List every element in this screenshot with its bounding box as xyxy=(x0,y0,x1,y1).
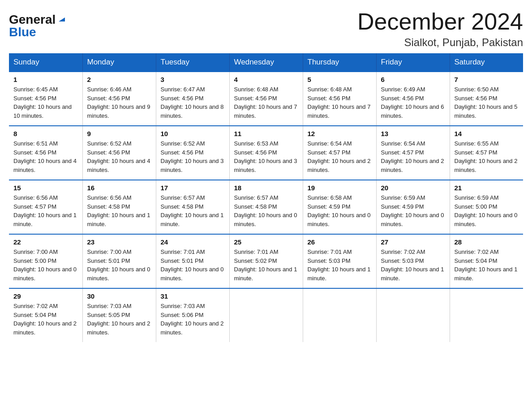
day-number: 16 xyxy=(87,184,151,192)
week-row-3: 15Sunrise: 6:56 AMSunset: 4:57 PMDayligh… xyxy=(9,180,523,234)
calendar-cell: 8Sunrise: 6:51 AMSunset: 4:56 PMDaylight… xyxy=(9,126,82,180)
svg-marker-0 xyxy=(59,17,65,21)
calendar-cell: 23Sunrise: 7:00 AMSunset: 5:01 PMDayligh… xyxy=(82,234,156,288)
header-tuesday: Tuesday xyxy=(156,53,229,72)
day-number: 23 xyxy=(87,238,151,246)
day-number: 3 xyxy=(161,76,225,83)
day-info: Sunrise: 7:02 AMSunset: 5:04 PMDaylight:… xyxy=(455,248,519,283)
calendar-cell xyxy=(376,288,450,342)
header-saturday: Saturday xyxy=(450,53,523,72)
calendar-cell: 2Sunrise: 6:46 AMSunset: 4:56 PMDaylight… xyxy=(82,72,156,126)
calendar-cell: 10Sunrise: 6:52 AMSunset: 4:56 PMDayligh… xyxy=(156,126,229,180)
day-number: 27 xyxy=(381,238,445,246)
day-number: 10 xyxy=(161,130,225,137)
month-title: December 2024 xyxy=(357,9,523,34)
calendar-header: SundayMondayTuesdayWednesdayThursdayFrid… xyxy=(9,53,523,72)
day-number: 2 xyxy=(87,76,151,83)
day-number: 30 xyxy=(87,292,151,300)
day-info: Sunrise: 7:00 AMSunset: 5:01 PMDaylight:… xyxy=(87,248,151,283)
day-number: 31 xyxy=(161,292,225,300)
week-row-1: 1Sunrise: 6:45 AMSunset: 4:56 PMDaylight… xyxy=(9,72,523,126)
calendar-cell: 7Sunrise: 6:50 AMSunset: 4:56 PMDaylight… xyxy=(450,72,523,126)
calendar-cell: 1Sunrise: 6:45 AMSunset: 4:56 PMDaylight… xyxy=(9,72,82,126)
calendar-body: 1Sunrise: 6:45 AMSunset: 4:56 PMDaylight… xyxy=(9,72,523,342)
day-info: Sunrise: 6:51 AMSunset: 4:56 PMDaylight:… xyxy=(13,139,78,174)
day-info: Sunrise: 6:59 AMSunset: 4:59 PMDaylight:… xyxy=(381,193,445,228)
calendar-cell: 25Sunrise: 7:01 AMSunset: 5:02 PMDayligh… xyxy=(229,234,303,288)
logo: General Blue xyxy=(9,13,67,39)
day-number: 15 xyxy=(13,184,78,192)
logo-blue: Blue xyxy=(9,26,36,39)
calendar-cell: 13Sunrise: 6:54 AMSunset: 4:57 PMDayligh… xyxy=(376,126,450,180)
day-info: Sunrise: 6:56 AMSunset: 4:57 PMDaylight:… xyxy=(13,193,78,228)
day-info: Sunrise: 6:59 AMSunset: 5:00 PMDaylight:… xyxy=(455,193,519,228)
day-number: 24 xyxy=(161,238,225,246)
location-title: Sialkot, Punjab, Pakistan xyxy=(357,36,523,49)
day-number: 18 xyxy=(234,184,298,192)
day-info: Sunrise: 6:54 AMSunset: 4:57 PMDaylight:… xyxy=(308,139,372,174)
calendar-cell xyxy=(303,288,376,342)
day-info: Sunrise: 6:58 AMSunset: 4:59 PMDaylight:… xyxy=(308,193,372,228)
day-number: 8 xyxy=(13,130,78,137)
day-number: 12 xyxy=(308,130,372,137)
calendar-cell: 24Sunrise: 7:01 AMSunset: 5:01 PMDayligh… xyxy=(156,234,229,288)
day-info: Sunrise: 6:52 AMSunset: 4:56 PMDaylight:… xyxy=(87,139,151,174)
calendar-cell: 3Sunrise: 6:47 AMSunset: 4:56 PMDaylight… xyxy=(156,72,229,126)
day-number: 6 xyxy=(381,76,445,83)
day-info: Sunrise: 6:49 AMSunset: 4:56 PMDaylight:… xyxy=(381,85,445,120)
calendar-cell: 27Sunrise: 7:02 AMSunset: 5:03 PMDayligh… xyxy=(376,234,450,288)
calendar-cell: 28Sunrise: 7:02 AMSunset: 5:04 PMDayligh… xyxy=(450,234,523,288)
calendar-table: SundayMondayTuesdayWednesdayThursdayFrid… xyxy=(9,53,523,342)
day-info: Sunrise: 6:48 AMSunset: 4:56 PMDaylight:… xyxy=(234,85,298,120)
calendar-cell: 15Sunrise: 6:56 AMSunset: 4:57 PMDayligh… xyxy=(9,180,82,234)
day-number: 5 xyxy=(308,76,372,83)
day-number: 9 xyxy=(87,130,151,137)
page-header: General Blue December 2024 Sialkot, Punj… xyxy=(9,9,523,49)
day-info: Sunrise: 6:57 AMSunset: 4:58 PMDaylight:… xyxy=(234,193,298,228)
calendar-cell: 26Sunrise: 7:01 AMSunset: 5:03 PMDayligh… xyxy=(303,234,376,288)
header-monday: Monday xyxy=(82,53,156,72)
day-info: Sunrise: 6:52 AMSunset: 4:56 PMDaylight:… xyxy=(161,139,225,174)
day-number: 20 xyxy=(381,184,445,192)
logo-general: General xyxy=(9,13,56,26)
day-number: 22 xyxy=(13,238,78,246)
day-info: Sunrise: 7:01 AMSunset: 5:03 PMDaylight:… xyxy=(308,248,372,283)
calendar-cell: 6Sunrise: 6:49 AMSunset: 4:56 PMDaylight… xyxy=(376,72,450,126)
calendar-cell: 4Sunrise: 6:48 AMSunset: 4:56 PMDaylight… xyxy=(229,72,303,126)
day-info: Sunrise: 6:48 AMSunset: 4:56 PMDaylight:… xyxy=(308,85,372,120)
day-info: Sunrise: 6:46 AMSunset: 4:56 PMDaylight:… xyxy=(87,85,151,120)
calendar-cell: 16Sunrise: 6:56 AMSunset: 4:58 PMDayligh… xyxy=(82,180,156,234)
day-info: Sunrise: 6:53 AMSunset: 4:56 PMDaylight:… xyxy=(234,139,298,174)
day-info: Sunrise: 6:47 AMSunset: 4:56 PMDaylight:… xyxy=(161,85,225,120)
day-info: Sunrise: 6:54 AMSunset: 4:57 PMDaylight:… xyxy=(381,139,445,174)
day-number: 17 xyxy=(161,184,225,192)
calendar-cell: 21Sunrise: 6:59 AMSunset: 5:00 PMDayligh… xyxy=(450,180,523,234)
day-number: 1 xyxy=(13,76,78,83)
day-info: Sunrise: 7:02 AMSunset: 5:03 PMDaylight:… xyxy=(381,248,445,283)
calendar-cell: 11Sunrise: 6:53 AMSunset: 4:56 PMDayligh… xyxy=(229,126,303,180)
day-info: Sunrise: 6:55 AMSunset: 4:57 PMDaylight:… xyxy=(455,139,519,174)
day-info: Sunrise: 7:01 AMSunset: 5:01 PMDaylight:… xyxy=(161,248,225,283)
calendar-cell: 22Sunrise: 7:00 AMSunset: 5:00 PMDayligh… xyxy=(9,234,82,288)
day-number: 4 xyxy=(234,76,298,83)
day-info: Sunrise: 7:02 AMSunset: 5:04 PMDaylight:… xyxy=(13,302,78,337)
calendar-cell: 12Sunrise: 6:54 AMSunset: 4:57 PMDayligh… xyxy=(303,126,376,180)
day-info: Sunrise: 6:50 AMSunset: 4:56 PMDaylight:… xyxy=(455,85,519,120)
day-number: 7 xyxy=(455,76,519,83)
header-sunday: Sunday xyxy=(9,53,82,72)
title-block: December 2024 Sialkot, Punjab, Pakistan xyxy=(357,9,523,49)
day-number: 19 xyxy=(308,184,372,192)
calendar-cell xyxy=(229,288,303,342)
day-number: 13 xyxy=(381,130,445,137)
calendar-cell: 19Sunrise: 6:58 AMSunset: 4:59 PMDayligh… xyxy=(303,180,376,234)
calendar-cell: 18Sunrise: 6:57 AMSunset: 4:58 PMDayligh… xyxy=(229,180,303,234)
day-number: 14 xyxy=(455,130,519,137)
day-info: Sunrise: 7:03 AMSunset: 5:05 PMDaylight:… xyxy=(87,302,151,337)
calendar-cell: 9Sunrise: 6:52 AMSunset: 4:56 PMDaylight… xyxy=(82,126,156,180)
week-row-4: 22Sunrise: 7:00 AMSunset: 5:00 PMDayligh… xyxy=(9,234,523,288)
day-info: Sunrise: 7:03 AMSunset: 5:06 PMDaylight:… xyxy=(161,302,225,337)
logo-arrow-icon xyxy=(57,13,67,25)
day-number: 26 xyxy=(308,238,372,246)
day-number: 21 xyxy=(455,184,519,192)
day-info: Sunrise: 7:00 AMSunset: 5:00 PMDaylight:… xyxy=(13,248,78,283)
